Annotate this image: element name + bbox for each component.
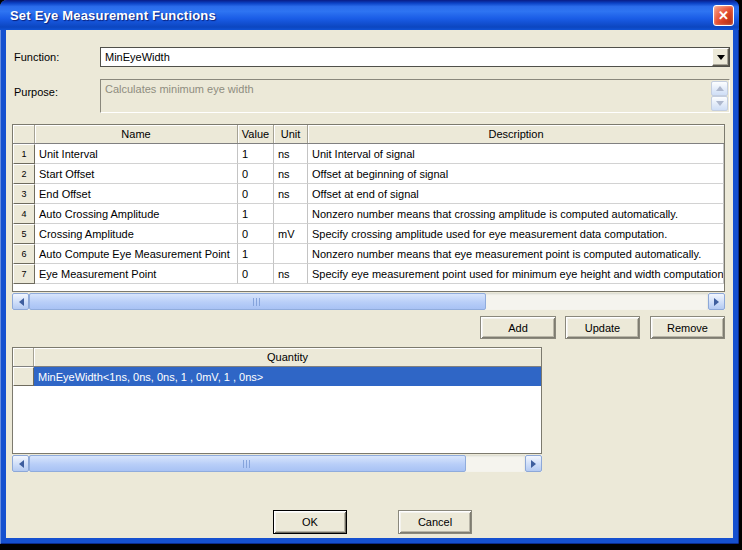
chevron-left-icon (15, 460, 24, 468)
cell-description[interactable]: Specify eye measurement point used for m… (308, 264, 724, 284)
row-number[interactable]: 1 (13, 144, 35, 164)
purpose-scroll-up-button[interactable] (711, 81, 728, 96)
table-row[interactable]: 3 End Offset 0 ns Offset at end of signa… (13, 184, 724, 204)
parameter-table: Name Value Unit Description 1 Unit Inter… (12, 124, 725, 310)
cell-unit[interactable] (274, 244, 308, 264)
cell-name[interactable]: Start Offset (35, 164, 238, 184)
parameter-grid: Name Value Unit Description 1 Unit Inter… (12, 124, 725, 292)
function-combobox-dropdown-button[interactable] (712, 48, 729, 66)
row-number[interactable]: 7 (13, 264, 35, 284)
dialog-window: Set Eye Measurement Functions ✕ Function… (0, 0, 739, 544)
chevron-down-icon (716, 101, 724, 110)
purpose-text: Calculates minimum eye width (105, 83, 709, 95)
chevron-left-icon (15, 298, 24, 306)
remove-button[interactable]: Remove (650, 316, 725, 339)
parameter-table-hscrollbar[interactable] (12, 293, 725, 310)
cancel-button-label: Cancel (418, 516, 452, 528)
scrollbar-thumb[interactable] (29, 293, 486, 310)
table-row[interactable]: 6 Auto Compute Eye Measurement Point 1 N… (13, 244, 724, 264)
table-row[interactable]: 2 Start Offset 0 ns Offset at beginning … (13, 164, 724, 184)
table-row[interactable]: 5 Crossing Amplitude 0 mV Specify crossi… (13, 224, 724, 244)
cell-value[interactable]: 1 (238, 204, 274, 224)
scrollbar-track[interactable] (29, 293, 708, 310)
add-button-label: Add (508, 322, 528, 334)
table-row[interactable]: 7 Eye Measurement Point 0 ns Specify eye… (13, 264, 724, 284)
scroll-right-button[interactable] (525, 455, 542, 472)
function-label: Function: (14, 51, 59, 63)
cell-name[interactable]: Auto Crossing Amplitude (35, 204, 238, 224)
row-number[interactable]: 2 (13, 164, 35, 184)
quantity-header-corner-cell (13, 348, 34, 366)
add-button[interactable]: Add (480, 316, 556, 339)
row-number[interactable]: 5 (13, 224, 35, 244)
header-unit: Unit (274, 125, 308, 143)
scrollbar-track[interactable] (29, 455, 525, 472)
quantity-header-row: Quantity (13, 348, 541, 367)
cell-description[interactable]: Unit Interval of signal (308, 144, 724, 164)
remove-button-label: Remove (667, 322, 708, 334)
cell-value[interactable]: 0 (238, 184, 274, 204)
cell-description[interactable]: Nonzero number means that eye measuremen… (308, 244, 724, 264)
quantity-row-number[interactable] (13, 367, 34, 386)
scroll-left-button[interactable] (12, 293, 29, 310)
update-button-label: Update (585, 322, 620, 334)
cell-value[interactable]: 0 (238, 224, 274, 244)
cell-description[interactable]: Specify crossing amplitude used for eye … (308, 224, 724, 244)
chevron-down-icon (717, 55, 725, 64)
window-title: Set Eye Measurement Functions (0, 8, 216, 23)
table-row[interactable]: 4 Auto Crossing Amplitude 1 Nonzero numb… (13, 204, 724, 224)
ok-button[interactable]: OK (273, 510, 347, 534)
purpose-label: Purpose: (14, 86, 58, 98)
scroll-left-button[interactable] (12, 455, 29, 472)
cell-name[interactable]: Auto Compute Eye Measurement Point (35, 244, 238, 264)
cell-name[interactable]: Crossing Amplitude (35, 224, 238, 244)
function-combobox-value: MinEyeWidth (101, 51, 712, 63)
row-number[interactable]: 3 (13, 184, 35, 204)
quantity-table-hscrollbar[interactable] (12, 455, 542, 472)
header-value: Value (238, 125, 274, 143)
cell-unit[interactable]: ns (274, 184, 308, 204)
header-corner-cell (13, 125, 35, 143)
cell-unit[interactable]: ns (274, 264, 308, 284)
cell-value[interactable]: 0 (238, 164, 274, 184)
function-combobox[interactable]: MinEyeWidth (100, 47, 730, 67)
close-button[interactable]: ✕ (713, 5, 734, 26)
cell-description[interactable]: Offset at end of signal (308, 184, 724, 204)
cell-value[interactable]: 0 (238, 264, 274, 284)
quantity-cell[interactable]: MinEyeWidth<1ns, 0ns, 0ns, 1 , 0mV, 1 , … (34, 367, 541, 386)
header-name: Name (35, 125, 238, 143)
purpose-scrollbar (711, 81, 728, 111)
quantity-row-selected[interactable]: MinEyeWidth<1ns, 0ns, 0ns, 1 , 0mV, 1 , … (13, 367, 541, 386)
chevron-right-icon (531, 460, 540, 468)
row-number[interactable]: 4 (13, 204, 35, 224)
row-number[interactable]: 6 (13, 244, 35, 264)
cell-unit[interactable]: ns (274, 144, 308, 164)
quantity-grid: Quantity MinEyeWidth<1ns, 0ns, 0ns, 1 , … (12, 347, 542, 454)
cell-unit[interactable] (274, 204, 308, 224)
cell-name[interactable]: Unit Interval (35, 144, 238, 164)
table-row[interactable]: 1 Unit Interval 1 ns Unit Interval of si… (13, 144, 724, 164)
header-description: Description (308, 125, 724, 143)
cell-unit[interactable]: ns (274, 164, 308, 184)
dialog-content: Function: MinEyeWidth Purpose: Calculate… (6, 30, 733, 538)
scroll-right-button[interactable] (708, 293, 725, 310)
cell-name[interactable]: Eye Measurement Point (35, 264, 238, 284)
cell-description[interactable]: Nonzero number means that crossing ampli… (308, 204, 724, 224)
update-button[interactable]: Update (565, 316, 640, 339)
chevron-up-icon (716, 82, 724, 91)
scrollbar-thumb[interactable] (29, 455, 466, 472)
cell-value[interactable]: 1 (238, 244, 274, 264)
parameter-header-row: Name Value Unit Description (13, 125, 724, 144)
purpose-scroll-down-button[interactable] (711, 96, 728, 111)
cancel-button[interactable]: Cancel (398, 510, 472, 534)
quantity-header: Quantity (34, 348, 541, 366)
title-bar[interactable]: Set Eye Measurement Functions ✕ (0, 0, 739, 30)
cell-value[interactable]: 1 (238, 144, 274, 164)
cell-unit[interactable]: mV (274, 224, 308, 244)
close-icon: ✕ (718, 8, 729, 23)
quantity-table: Quantity MinEyeWidth<1ns, 0ns, 0ns, 1 , … (12, 347, 542, 472)
purpose-textarea[interactable]: Calculates minimum eye width (100, 79, 730, 113)
ok-button-label: OK (302, 516, 318, 528)
cell-description[interactable]: Offset at beginning of signal (308, 164, 724, 184)
cell-name[interactable]: End Offset (35, 184, 238, 204)
